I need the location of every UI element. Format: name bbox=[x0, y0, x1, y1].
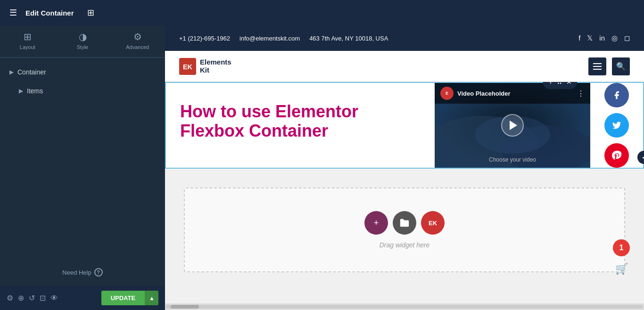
video-play-button[interactable] bbox=[501, 114, 524, 137]
grid-icon[interactable]: ⊞ bbox=[87, 8, 94, 18]
drag-widget-section[interactable]: + EK Drag widget here bbox=[184, 188, 625, 272]
site-address: 463 7th Ave, NY 10018, USA bbox=[309, 35, 388, 42]
top-bar: ☰ Edit Container ⊞ bbox=[0, 0, 644, 25]
linkedin-header-icon[interactable]: in bbox=[599, 34, 605, 42]
twitter-header-icon[interactable]: 𝕏 bbox=[587, 34, 593, 42]
folder-widget-button[interactable] bbox=[393, 211, 416, 235]
facebook-header-icon[interactable]: f bbox=[578, 34, 580, 42]
logo-text-block: Elements Kit bbox=[200, 58, 231, 74]
video-title-label: Video Placeholder bbox=[457, 90, 510, 97]
sidebar-bottom-bar: ⚙ ⊕ ↺ ⊡ 👁 UPDATE ▲ bbox=[0, 286, 165, 310]
hamburger-line-2 bbox=[593, 66, 602, 67]
page-title: Edit Container bbox=[25, 9, 74, 17]
items-label: Items bbox=[27, 87, 43, 95]
sidebar-content: ▶ Container ▶ Items bbox=[0, 58, 165, 259]
drag-section-wrapper: + EK Drag widget here bbox=[165, 169, 644, 291]
hamburger-line-3 bbox=[593, 69, 602, 70]
hamburger-line-1 bbox=[593, 63, 602, 64]
site-phone: +1 (212)-695-1962 bbox=[179, 35, 230, 42]
advanced-icon: ⚙ bbox=[133, 31, 142, 42]
settings-bottom-icon[interactable]: ⚙ bbox=[7, 294, 13, 302]
facebook-share-button[interactable] bbox=[604, 83, 629, 107]
toolbar-handle-icon[interactable]: ⠿ bbox=[557, 82, 562, 86]
tab-layout-label: Layout bbox=[20, 44, 35, 50]
video-choose-text: Choose your video bbox=[435, 156, 590, 163]
tab-style[interactable]: ◑ Style bbox=[55, 25, 110, 57]
sidebar: ⊞ Layout ◑ Style ⚙ Advanced ▶ Container … bbox=[0, 25, 165, 310]
style-icon: ◑ bbox=[79, 31, 87, 42]
elementor-badge: E bbox=[440, 87, 454, 100]
responsive-icon[interactable]: ⊡ bbox=[40, 294, 46, 302]
video-block: E Video Placeholder ⋮ bbox=[435, 83, 590, 168]
help-icon[interactable]: ? bbox=[94, 268, 103, 277]
toolbar-close-icon[interactable]: ✕ bbox=[566, 82, 572, 86]
history-icon[interactable]: ↺ bbox=[29, 294, 35, 302]
site-search-button[interactable]: 🔍 bbox=[612, 57, 630, 75]
top-bar-left: ☰ Edit Container ⊞ bbox=[9, 8, 94, 18]
logo-line1: Elements bbox=[200, 58, 231, 66]
tab-style-label: Style bbox=[77, 44, 88, 50]
container-arrow-icon: ▶ bbox=[9, 69, 14, 75]
layout-icon: ⊞ bbox=[24, 31, 32, 42]
content-area: + ⠿ ✕ How to use Elementor Flexbox Conta… bbox=[165, 82, 644, 303]
add-widget-button[interactable]: + bbox=[364, 211, 388, 235]
need-help-section: Need Help ? bbox=[0, 259, 165, 286]
canvas-scrollbar[interactable] bbox=[165, 303, 644, 310]
scrollbar-track bbox=[166, 305, 643, 309]
cart-icon[interactable]: 🛒 bbox=[613, 261, 630, 277]
site-email: info@elementskit.com bbox=[239, 35, 300, 42]
ek-logo-svg: EK bbox=[179, 58, 196, 75]
twitter-share-button[interactable] bbox=[604, 113, 629, 138]
tab-layout[interactable]: ⊞ Layout bbox=[0, 25, 55, 57]
need-help-label: Need Help bbox=[62, 269, 91, 276]
svg-text:E: E bbox=[446, 91, 448, 96]
site-header-social-icons: f 𝕏 in ◎ ◻ bbox=[578, 34, 630, 42]
sidebar-item-items[interactable]: ▶ Items bbox=[0, 82, 165, 100]
items-arrow-icon: ▶ bbox=[19, 88, 23, 94]
tab-advanced[interactable]: ⚙ Advanced bbox=[110, 25, 165, 57]
notification-badge[interactable]: 1 bbox=[613, 239, 630, 256]
ek-widget-button[interactable]: EK bbox=[421, 211, 445, 235]
site-contact-info: +1 (212)-695-1962 info@elementskit.com 4… bbox=[179, 35, 578, 42]
search-icon: 🔍 bbox=[616, 62, 626, 71]
video-header-left: E Video Placeholder bbox=[440, 87, 510, 100]
layers-icon[interactable]: ⊕ bbox=[18, 294, 24, 302]
sidebar-tabs: ⊞ Layout ◑ Style ⚙ Advanced bbox=[0, 25, 165, 58]
drag-widget-text: Drag widget here bbox=[380, 241, 430, 249]
video-menu-icon[interactable]: ⋮ bbox=[577, 89, 585, 98]
dribbble-header-icon[interactable]: ◎ bbox=[611, 34, 618, 42]
instagram-header-icon[interactable]: ◻ bbox=[624, 34, 630, 42]
canvas-area: +1 (212)-695-1962 info@elementskit.com 4… bbox=[165, 25, 644, 310]
section-heading: How to use Elementor Flexbox Container bbox=[180, 102, 421, 141]
preview-icon[interactable]: 👁 bbox=[50, 294, 58, 302]
site-logo-bar: EK Elements Kit 🔍 bbox=[165, 51, 644, 82]
tab-advanced-label: Advanced bbox=[126, 44, 149, 50]
social-share-block bbox=[590, 83, 643, 168]
sidebar-item-container[interactable]: ▶ Container bbox=[0, 63, 165, 82]
logo-line2: Kit bbox=[200, 66, 231, 74]
floating-toolbar: + ⠿ ✕ bbox=[543, 82, 577, 89]
video-container[interactable]: E Video Placeholder ⋮ bbox=[435, 83, 590, 168]
main-layout: ⊞ Layout ◑ Style ⚙ Advanced ▶ Container … bbox=[0, 25, 644, 310]
hamburger-menu-icon[interactable]: ☰ bbox=[9, 8, 17, 18]
section-hero: + ⠿ ✕ How to use Elementor Flexbox Conta… bbox=[165, 82, 644, 169]
site-logo-right-controls: 🔍 bbox=[588, 57, 630, 75]
svg-text:EK: EK bbox=[183, 63, 193, 70]
container-label: Container bbox=[17, 68, 46, 76]
site-header-bar: +1 (212)-695-1962 info@elementskit.com 4… bbox=[165, 25, 644, 51]
update-group: UPDATE ▲ bbox=[101, 291, 158, 305]
site-hamburger-button[interactable] bbox=[588, 57, 606, 75]
update-button[interactable]: UPDATE bbox=[101, 291, 145, 305]
update-dropdown-button[interactable]: ▲ bbox=[145, 291, 158, 305]
widget-add-row: + EK bbox=[364, 211, 445, 235]
pinterest-share-button[interactable] bbox=[604, 143, 629, 168]
scrollbar-thumb[interactable] bbox=[171, 305, 199, 309]
site-logo: EK Elements Kit bbox=[179, 58, 231, 75]
toolbar-add-icon[interactable]: + bbox=[548, 82, 553, 86]
section-heading-block: How to use Elementor Flexbox Container bbox=[166, 83, 435, 168]
